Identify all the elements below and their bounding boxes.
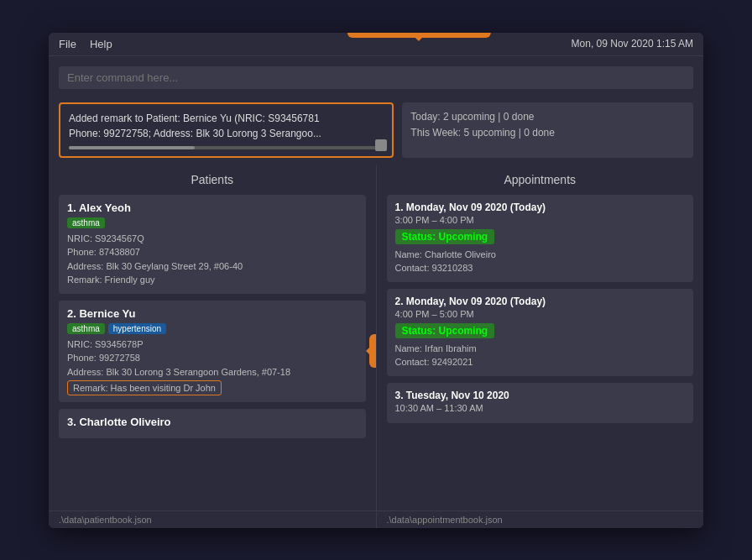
patient-card-2: 2. Bernice Yu asthma hypertension NRIC: … bbox=[59, 301, 366, 403]
scroll-indicator bbox=[375, 139, 387, 151]
patients-file-path: .\data\patientbook.json bbox=[49, 511, 377, 528]
progress-fill bbox=[69, 146, 195, 149]
appointments-panel[interactable]: Appointments 1. Monday, Nov 09 2020 (Tod… bbox=[377, 165, 704, 510]
appointments-title: Appointments bbox=[387, 173, 694, 186]
appt-card-2: 2. Monday, Nov 09 2020 (Today) 4:00 PM –… bbox=[387, 289, 694, 376]
patient-2-tags: asthma hypertension bbox=[67, 323, 358, 334]
command-tooltip: Description of added remark bbox=[347, 33, 491, 38]
progress-bar bbox=[69, 146, 384, 149]
main-content: Patients 1. Alex Yeoh asthma NRIC: S9234… bbox=[49, 165, 703, 510]
appt-3-time: 10:30 AM – 11:30 AM bbox=[395, 403, 686, 413]
patient-1-info: NRIC: S9234567Q Phone: 87438807 Address:… bbox=[67, 232, 358, 287]
tag-asthma-2: asthma bbox=[67, 323, 105, 334]
appt-2-info: Name: Irfan Ibrahim Contact: 92492021 bbox=[395, 342, 686, 369]
file-menu[interactable]: File bbox=[59, 38, 76, 50]
appt-3-date: 3. Tuesday, Nov 10 2020 bbox=[395, 390, 686, 401]
app-window: File Help Mon, 09 Nov 2020 1:15 AM Descr… bbox=[49, 33, 703, 528]
appt-card-3: 3. Tuesday, Nov 10 2020 10:30 AM – 11:30… bbox=[387, 383, 694, 423]
appointments-file-path: .\data\appointmentbook.json bbox=[377, 511, 704, 528]
patients-panel[interactable]: Patients 1. Alex Yeoh asthma NRIC: S9234… bbox=[49, 165, 377, 510]
patient-2-name: 2. Bernice Yu bbox=[67, 307, 358, 320]
result-text: Added remark to Patient: Bernice Yu (NRI… bbox=[69, 111, 384, 141]
command-area: Description of added remark bbox=[49, 56, 703, 96]
patient-3-name: 3. Charlotte Oliveiro bbox=[67, 416, 358, 428]
command-input[interactable] bbox=[59, 66, 693, 89]
patient-1-name: 1. Alex Yeoh bbox=[67, 201, 358, 214]
timestamp: Mon, 09 Nov 2020 1:15 AM bbox=[572, 38, 693, 50]
patients-title: Patients bbox=[59, 173, 366, 186]
appt-2-date: 2. Monday, Nov 09 2020 (Today) bbox=[395, 296, 686, 307]
patient-2-number: 2. bbox=[67, 307, 79, 320]
appt-1-time: 3:00 PM – 4:00 PM bbox=[395, 215, 686, 225]
patient-card-1: 1. Alex Yeoh asthma NRIC: S9234567Q Phon… bbox=[59, 195, 366, 294]
appt-1-info: Name: Charlotte Oliveiro Contact: 932102… bbox=[395, 248, 686, 275]
top-section: Added remark to Patient: Bernice Yu (NRI… bbox=[49, 96, 703, 165]
appt-card-1: 1. Monday, Nov 09 2020 (Today) 3:00 PM –… bbox=[387, 195, 694, 282]
patient-2-remark: Remark: Has been visiting Dr John bbox=[67, 380, 222, 395]
stats-box: Today: 2 upcoming | 0 done This Week: 5 … bbox=[402, 102, 693, 158]
appt-1-date: 1. Monday, Nov 09 2020 (Today) bbox=[395, 201, 686, 213]
status-bar: .\data\patientbook.json .\data\appointme… bbox=[49, 510, 703, 528]
tag-hypertension: hypertension bbox=[108, 323, 166, 334]
stats-today: Today: 2 upcoming | 0 done bbox=[410, 109, 685, 125]
tag-asthma: asthma bbox=[67, 217, 105, 228]
updated-remark-tooltip: Updatedremark bbox=[369, 334, 376, 368]
stats-week: This Week: 5 upcoming | 0 done bbox=[410, 125, 685, 141]
appt-1-status: Status: Upcoming bbox=[395, 229, 495, 244]
result-area: Added remark to Patient: Bernice Yu (NRI… bbox=[59, 102, 394, 158]
patient-1-number: 1. bbox=[67, 201, 79, 214]
appt-2-time: 4:00 PM – 5:00 PM bbox=[395, 309, 686, 319]
patient-2-info: NRIC: S9345678P Phone: 99272758 Address:… bbox=[67, 338, 358, 379]
patient-1-tags: asthma bbox=[67, 217, 358, 228]
appt-2-status: Status: Upcoming bbox=[395, 323, 495, 338]
patient-3-number: 3. bbox=[67, 416, 79, 428]
result-box: Added remark to Patient: Bernice Yu (NRI… bbox=[59, 102, 394, 158]
patient-card-3: 3. Charlotte Oliveiro bbox=[59, 409, 366, 438]
help-menu[interactable]: Help bbox=[90, 38, 112, 50]
